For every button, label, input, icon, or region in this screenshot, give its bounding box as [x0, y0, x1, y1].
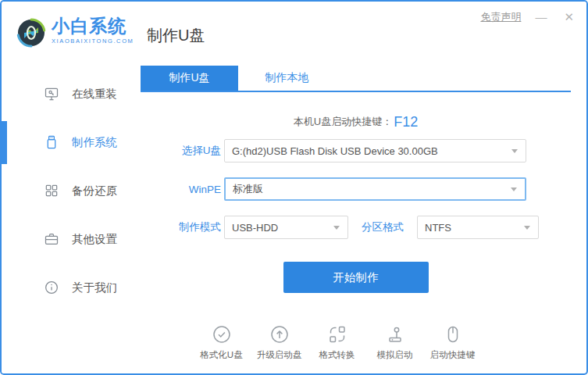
app-logo-icon	[14, 16, 48, 50]
usb-select-dropdown[interactable]: G:(hd2)USB Flash Disk USB Device 30.00GB	[224, 139, 526, 162]
chevron-down-icon	[524, 226, 530, 230]
chevron-down-icon	[511, 188, 517, 191]
check-circle-icon	[212, 324, 232, 345]
tool-label: 格式转换	[319, 349, 355, 361]
info-icon	[44, 280, 59, 295]
arrow-up-circle-icon	[269, 324, 290, 345]
tool-format-convert[interactable]: 格式转换	[314, 324, 361, 361]
winpe-select-label: WinPE	[141, 184, 221, 195]
tab-make-local[interactable]: 制作本地	[238, 66, 336, 91]
winpe-select-dropdown[interactable]: 标准版	[224, 177, 526, 201]
sidebar-item-backup-restore[interactable]: 备份还原	[44, 180, 141, 202]
monitor-reinstall-icon	[44, 86, 59, 102]
sidebar-item-make-system[interactable]: 制作系统	[44, 131, 141, 153]
sidebar-item-label: 关于我们	[72, 280, 117, 295]
usb-select-label: 选择U盘	[141, 144, 221, 158]
brand-domain: XIAOBAIXITONG.COM	[52, 38, 134, 45]
sidebar-item-label: 备份还原	[72, 184, 117, 198]
window-controls: 免责声明 — ✕	[480, 9, 577, 24]
tool-simulate-boot[interactable]: 模拟启动	[372, 324, 419, 361]
mode-select-dropdown[interactable]: USB-HDD	[224, 216, 348, 239]
tools-row: 格式化U盘 升级启动盘	[141, 324, 571, 361]
boot-hotkey-value: F12	[394, 114, 418, 130]
brand-name: 小白系统	[52, 17, 134, 35]
briefcase-icon	[44, 231, 59, 247]
partition-select-value: NTFS	[425, 222, 451, 234]
main-panel: 制作U盘 制作本地 本机U盘启动快捷键： F12 选择U盘 G:(hd2)USB…	[141, 66, 571, 373]
minimize-button[interactable]: —	[532, 9, 550, 24]
usb-select-row: 选择U盘 G:(hd2)USB Flash Disk USB Device 30…	[141, 139, 571, 162]
mode-select-value: USB-HDD	[232, 222, 278, 234]
usb-drive-icon	[44, 134, 59, 150]
boot-hotkey-line: 本机U盘启动快捷键： F12	[141, 112, 571, 131]
backup-restore-icon	[44, 183, 59, 198]
close-button[interactable]: ✕	[561, 9, 577, 24]
usb-select-value: G:(hd2)USB Flash Disk USB Device 30.00GB	[232, 145, 438, 157]
mouse-icon	[443, 324, 463, 345]
mode-partition-row: 制作模式 USB-HDD 分区格式 NTFS	[141, 216, 571, 239]
partition-select-label: 分区格式	[348, 220, 417, 234]
sidebar-item-label: 在线重装	[72, 87, 117, 102]
convert-icon	[327, 324, 347, 345]
tab-bar: 制作U盘 制作本地	[141, 66, 571, 92]
tool-label: 启动快捷键	[430, 349, 476, 361]
sidebar: 在线重装 制作系统 备份还原	[2, 66, 141, 373]
mode-select-label: 制作模式	[141, 220, 221, 234]
chevron-down-icon	[333, 226, 340, 230]
tab-make-usb[interactable]: 制作U盘	[141, 66, 238, 91]
start-make-button[interactable]: 开始制作	[283, 262, 429, 293]
boot-hotkey-prefix: 本机U盘启动快捷键：	[294, 115, 392, 129]
tool-upgrade-boot-disk[interactable]: 升级启动盘	[256, 324, 303, 361]
form: 选择U盘 G:(hd2)USB Flash Disk USB Device 30…	[141, 139, 571, 239]
sidebar-item-label: 制作系统	[72, 135, 117, 150]
partition-select-dropdown[interactable]: NTFS	[417, 216, 539, 239]
brand: 小白系统 XIAOBAIXITONG.COM	[52, 17, 134, 45]
tool-format-usb[interactable]: 格式化U盘	[198, 324, 245, 361]
joystick-icon	[385, 324, 405, 345]
winpe-select-value: 标准版	[233, 182, 263, 196]
winpe-select-row: WinPE 标准版	[141, 177, 571, 201]
tool-label: 模拟启动	[377, 349, 413, 361]
tool-label: 升级启动盘	[257, 349, 302, 361]
page-title: 制作U盘	[147, 25, 205, 46]
chevron-down-icon	[511, 149, 518, 153]
sidebar-item-other-settings[interactable]: 其他设置	[44, 228, 141, 250]
sidebar-active-indicator	[2, 121, 7, 164]
titlebar: 小白系统 XIAOBAIXITONG.COM 制作U盘 免责声明 — ✕	[2, 2, 586, 66]
disclaimer-link[interactable]: 免责声明	[480, 10, 521, 24]
app-window: 小白系统 XIAOBAIXITONG.COM 制作U盘 免责声明 — ✕ 在线重…	[0, 0, 588, 375]
sidebar-item-online-reinstall[interactable]: 在线重装	[44, 83, 141, 105]
sidebar-item-label: 其他设置	[72, 232, 117, 247]
tool-label: 格式化U盘	[200, 349, 242, 361]
tool-boot-hotkey[interactable]: 启动快捷键	[429, 324, 476, 361]
sidebar-item-about-us[interactable]: 关于我们	[44, 277, 141, 298]
